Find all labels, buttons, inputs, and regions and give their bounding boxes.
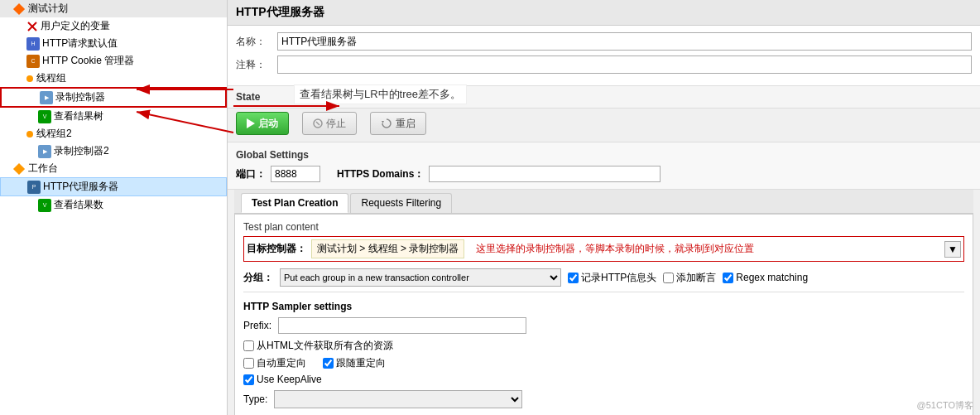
sidebar-item-label: 线程组 — [36, 71, 66, 85]
cb-auto-redirect: 自动重定向 — [243, 356, 306, 370]
stop-button[interactable]: 停止 — [302, 112, 357, 135]
type-select[interactable] — [274, 390, 522, 408]
tab-content: Test plan content 目标控制器： 测试计划 > 线程组 > 录制… — [234, 214, 973, 415]
cookie-icon: C — [26, 55, 40, 68]
sidebar-item-test-plan[interactable]: 测试计划 — [0, 0, 227, 17]
global-settings: Global Settings 端口： HTTPS Domains： — [228, 142, 980, 190]
port-input[interactable] — [271, 166, 320, 182]
name-label: 名称： — [236, 35, 277, 49]
port-label: 端口： — [236, 167, 266, 181]
type-row: Type: — [243, 390, 964, 408]
view-icon: V — [38, 110, 51, 123]
divider — [243, 292, 964, 292]
cb-follow-redirect: 跟随重定向 — [323, 356, 386, 370]
sidebar-item-http-defaults[interactable]: H HTTP请求默认值 — [0, 35, 227, 52]
prefix-row: Prefix: — [243, 317, 964, 334]
sidebar-item-label: 查看结果树 — [54, 109, 103, 123]
thread2-icon — [26, 131, 33, 138]
sidebar-item-label: HTTP请求默认值 — [42, 36, 118, 51]
proxy-icon: P — [27, 181, 41, 194]
sidebar-item-label: HTTP Cookie 管理器 — [42, 54, 134, 68]
sidebar-item-view-results2[interactable]: V 查看结果数 — [0, 196, 227, 214]
target-controller-value: 测试计划 > 线程组 > 录制控制器 — [311, 239, 464, 258]
stop-icon — [313, 118, 323, 128]
state-label: State — [236, 91, 260, 103]
target-controller-label: 目标控制器： — [247, 242, 306, 256]
sidebar-item-recorder2[interactable]: ▶ 录制控制器2 — [0, 142, 227, 160]
sidebar-item-view-results1[interactable]: V 查看结果树 — [0, 108, 227, 125]
cb-auto-redirect-input[interactable] — [243, 358, 254, 369]
buttons-row: 启动 停止 重启 — [228, 109, 980, 142]
name-input[interactable] — [277, 32, 972, 51]
sidebar-item-thread-group2[interactable]: 线程组2 — [0, 125, 227, 142]
sidebar-item-http-cookie[interactable]: C HTTP Cookie 管理器 — [0, 52, 227, 70]
grouping-label: 分组： — [243, 271, 273, 285]
http-sampler-settings: HTTP Sampler settings Prefix: 从HTML文件获取所… — [243, 296, 964, 413]
checkbox-row-2: 自动重定向 跟随重定向 — [243, 356, 964, 370]
grouping-select[interactable]: Put each group in a new transaction cont… — [280, 268, 561, 287]
thread-icon — [26, 75, 33, 82]
global-row: 端口： HTTPS Domains： — [236, 166, 972, 182]
comment-row: 注释： — [236, 55, 972, 74]
scissors-icon — [26, 21, 38, 32]
https-input[interactable] — [429, 166, 661, 182]
checkbox-row-3: Use KeepAlive — [243, 374, 964, 385]
cb-regex-input[interactable] — [723, 273, 733, 283]
tab-test-plan-creation[interactable]: Test Plan Creation — [241, 193, 348, 213]
svg-marker-6 — [382, 121, 384, 123]
https-field: HTTPS Domains： — [337, 166, 661, 182]
panel-title: HTTP代理服务器 — [236, 5, 324, 18]
main-content-panel: HTTP代理服务器 名称： 注释： State 查看结果树与LR中的tree差不… — [228, 0, 980, 415]
http-icon: H — [26, 37, 40, 51]
controller-icon: ▶ — [40, 91, 53, 104]
sidebar-item-label: 工作台 — [28, 162, 58, 176]
restart-button[interactable]: 重启 — [370, 112, 426, 135]
sidebar-item-user-vars[interactable]: 用户定义的变量 — [0, 17, 227, 35]
sidebar-item-thread-group[interactable]: 线程组 — [0, 70, 227, 87]
view2-icon: V — [38, 199, 51, 212]
watermark: @51CTO博客 — [917, 399, 973, 412]
grouping-row: 分组： Put each group in a new transaction … — [243, 268, 964, 287]
cb-add-assertion-input[interactable] — [663, 273, 674, 283]
global-settings-title: Global Settings — [236, 149, 972, 161]
cb-record-http-input[interactable] — [568, 273, 579, 283]
prefix-label: Prefix: — [243, 320, 271, 331]
cb-record-http: 记录HTTP信息头 — [568, 271, 656, 285]
state-row: State 查看结果树与LR中的tree差不多。 — [228, 86, 980, 109]
sidebar-item-label: 录制控制器 — [55, 90, 105, 104]
cb-add-assertion: 添加断言 — [663, 271, 716, 285]
sidebar-item-label: HTTP代理服务器 — [43, 180, 118, 194]
comment-label: 注释： — [236, 58, 277, 72]
cb-keepalive-input[interactable] — [243, 374, 254, 385]
sidebar-item-label: 用户定义的变量 — [41, 19, 110, 33]
start-button[interactable]: 启动 — [236, 112, 289, 135]
target-annotation-text: 这里选择的录制控制器，等脚本录制的时候，就录制到对应位置 — [476, 242, 944, 256]
prefix-input[interactable] — [278, 317, 526, 334]
cb-follow-redirect-input[interactable] — [323, 358, 334, 369]
cb-from-html-input[interactable] — [243, 340, 254, 351]
tabs-container: Test Plan Creation Requests Filtering Te… — [234, 190, 973, 415]
sidebar-item-http-proxy[interactable]: P HTTP代理服务器 — [0, 177, 227, 196]
controller2-icon: ▶ — [38, 145, 51, 158]
sidebar-item-label: 录制控制器2 — [54, 144, 109, 158]
https-label: HTTPS Domains： — [337, 167, 424, 181]
restart-icon — [381, 118, 392, 129]
checkbox-row-1: 从HTML文件获取所有含的资源 — [243, 339, 964, 353]
port-field: 端口： — [236, 166, 320, 182]
target-controller-row: 目标控制器： 测试计划 > 线程组 > 录制控制器 这里选择的录制控制器，等脚本… — [243, 236, 964, 262]
svg-line-5 — [316, 122, 319, 125]
sidebar-item-label: 查看结果数 — [54, 198, 103, 212]
annotation-state: 查看结果树与LR中的tree差不多。 — [294, 84, 467, 104]
cb-keepalive: Use KeepAlive — [243, 374, 322, 385]
comment-input[interactable] — [277, 55, 972, 74]
target-dropdown-button[interactable]: ▼ — [944, 241, 961, 258]
sidebar-tree: 测试计划 用户定义的变量 H HTTP请求默认值 C HTTP Cookie 管… — [0, 0, 228, 415]
sidebar-item-workbench[interactable]: 工作台 — [0, 160, 227, 177]
name-row: 名称： — [236, 32, 972, 51]
sidebar-item-label: 线程组2 — [36, 127, 72, 141]
type-label: Type: — [243, 393, 267, 405]
sidebar-item-recorder[interactable]: ▶ 录制控制器 — [0, 87, 227, 108]
panel-header: HTTP代理服务器 — [228, 0, 980, 26]
tab-requests-filtering[interactable]: Requests Filtering — [350, 193, 452, 213]
http-sampler-title: HTTP Sampler settings — [243, 301, 964, 312]
